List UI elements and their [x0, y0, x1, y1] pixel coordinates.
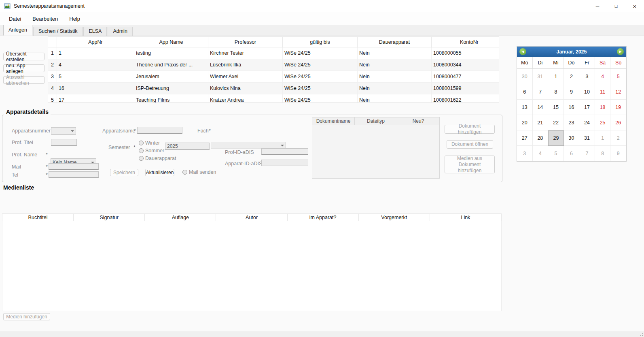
medien-hinzufuegen-button[interactable]: Medien hinzufügen: [3, 313, 50, 320]
medien-column-header[interactable]: Vorgemerkt: [359, 214, 430, 221]
menu-bearbeiten[interactable]: Bearbeiten: [27, 13, 64, 24]
medien-column-header[interactable]: im Apparat?: [288, 214, 359, 221]
menu-datei[interactable]: Datei: [3, 13, 27, 24]
calendar-day[interactable]: 11: [595, 84, 611, 100]
minimize-icon[interactable]: ─: [588, 0, 607, 12]
calendar-day[interactable]: 6: [564, 146, 580, 161]
calendar-day[interactable]: 3: [517, 146, 533, 161]
apparatsnummer-dropdown[interactable]: [51, 127, 76, 134]
apparat-id-adis-field[interactable]: [261, 160, 308, 166]
apparatsname-label: Apparatsname: [102, 128, 135, 134]
uebersicht-erstellen-button[interactable]: Übersicht erstellen: [3, 53, 44, 60]
column-header[interactable]: gültig bis: [283, 37, 358, 47]
calendar-day[interactable]: 31: [533, 69, 549, 84]
maximize-icon[interactable]: □: [607, 0, 625, 12]
calendar-day[interactable]: 15: [548, 100, 564, 115]
auswahl-abbrechen-button[interactable]: Auswahl abbrechen: [3, 76, 44, 84]
calendar-day[interactable]: 4: [533, 146, 549, 161]
calendar-day[interactable]: 22: [548, 115, 564, 130]
doc-column-header[interactable]: Dokumentname: [312, 117, 355, 125]
calendar-day[interactable]: 9: [564, 84, 580, 100]
dokument-hinzufuegen-button[interactable]: Dokument hinzufügen: [445, 125, 495, 134]
medien-column-header[interactable]: Signatur: [74, 214, 145, 221]
calendar-day[interactable]: 1: [595, 130, 611, 146]
calendar-day[interactable]: 26: [610, 115, 626, 130]
prof-titel-field[interactable]: [51, 139, 77, 146]
sommer-radio[interactable]: [139, 148, 144, 153]
medien-aus-dokument-button[interactable]: Medien aus Dokument hinzufügen: [445, 156, 495, 173]
apparatsname-field[interactable]: [137, 127, 182, 134]
calendar-day[interactable]: 1: [548, 69, 564, 84]
calendar-day[interactable]: 27: [517, 130, 533, 146]
doc-column-header[interactable]: Neu?: [397, 117, 439, 125]
table-row[interactable]: 517Teaching FilmsKratzer AndreaWiSe 24/2…: [48, 94, 499, 103]
medien-column-header[interactable]: Auflage: [145, 214, 216, 221]
calendar-day[interactable]: 28: [533, 130, 549, 146]
close-icon[interactable]: ×: [625, 0, 644, 12]
dauerapparat-radio[interactable]: [139, 156, 144, 161]
neue-app-anlegen-button[interactable]: neu. App anlegen: [3, 64, 44, 72]
calendar-day[interactable]: 17: [579, 100, 595, 115]
doc-column-header[interactable]: Dateityp: [355, 117, 397, 125]
tab-admin[interactable]: Admin: [108, 27, 132, 36]
calendar-day[interactable]: 24: [579, 115, 595, 130]
semester-jahr-field[interactable]: 2025: [165, 143, 210, 150]
calendar-day[interactable]: 30: [564, 130, 580, 146]
calendar-day[interactable]: 5: [610, 69, 626, 84]
calendar-day[interactable]: 20: [517, 115, 533, 130]
column-header[interactable]: AppNr: [57, 37, 134, 47]
medien-column-header[interactable]: Buchtitel: [2, 214, 74, 221]
calendar-day[interactable]: 25: [595, 115, 611, 130]
column-header[interactable]: App Name: [134, 37, 208, 47]
calendar-day[interactable]: 8: [595, 146, 611, 161]
calendar-day[interactable]: 4: [595, 69, 611, 84]
medien-column-header[interactable]: Autor: [216, 214, 287, 221]
resize-grip[interactable]: [639, 332, 643, 336]
calendar-day[interactable]: 5: [548, 146, 564, 161]
calendar-day[interactable]: 19: [610, 100, 626, 115]
table-row[interactable]: 11testingKirchner TesterWiSe 24/25Nein10…: [48, 47, 499, 59]
tab-anlegen[interactable]: Anlegen: [3, 25, 32, 36]
calendar-day[interactable]: 13: [517, 100, 533, 115]
calendar-day[interactable]: 10: [579, 84, 595, 100]
row-number-header[interactable]: [48, 37, 57, 47]
prof-id-adis-field[interactable]: [261, 148, 308, 155]
calendar-day[interactable]: 31: [579, 130, 595, 146]
calendar-day[interactable]: 2: [564, 69, 580, 84]
calendar-day[interactable]: 18: [595, 100, 611, 115]
calendar-day[interactable]: 9: [610, 146, 626, 161]
calendar-day[interactable]: 6: [517, 84, 533, 100]
calendar-day[interactable]: 7: [579, 146, 595, 161]
tab-suchen-statistik[interactable]: Suchen / Statistik: [33, 27, 83, 36]
calendar-day[interactable]: 3: [579, 69, 595, 84]
mail-senden-checkbox[interactable]: [182, 170, 187, 175]
table-row[interactable]: 24Theorie und Praxis der ...Lüsebrink Il…: [48, 59, 499, 71]
table-row[interactable]: 416ISP-BetreuungKulovics NinaWiSe 24/25N…: [48, 83, 499, 94]
window-controls: ─ □ ×: [588, 0, 644, 12]
menu-help[interactable]: Help: [64, 13, 86, 24]
calendar-day[interactable]: 16: [564, 100, 580, 115]
speichern-button[interactable]: Speichern: [110, 169, 138, 176]
dokument-oeffnen-button[interactable]: Dokument öffnen: [447, 140, 493, 149]
tab-elsa[interactable]: ELSA: [83, 27, 107, 36]
aktualisieren-button[interactable]: Aktualisieren: [145, 169, 174, 176]
calendar-day[interactable]: 14: [533, 100, 549, 115]
calendar-day[interactable]: 23: [564, 115, 580, 130]
winter-radio[interactable]: [139, 141, 144, 145]
calendar-day[interactable]: 8: [548, 84, 564, 100]
column-header[interactable]: KontoNr: [432, 37, 500, 47]
calendar-next-button[interactable]: ▶: [617, 48, 624, 55]
column-header[interactable]: Dauerapparat: [358, 37, 432, 47]
calendar-day[interactable]: 2: [610, 130, 626, 146]
calendar-day[interactable]: 21: [533, 115, 549, 130]
calendar-prev-button[interactable]: ◀: [519, 48, 526, 55]
calendar-day[interactable]: 12: [610, 84, 626, 100]
mail-field[interactable]: [49, 163, 99, 170]
column-header[interactable]: Professor: [208, 37, 283, 47]
calendar-day[interactable]: 30: [517, 69, 533, 84]
calendar-day[interactable]: 7: [533, 84, 549, 100]
tel-field[interactable]: [49, 171, 99, 178]
calendar-day[interactable]: 29: [548, 130, 564, 146]
medien-column-header[interactable]: Link: [430, 214, 501, 221]
table-row[interactable]: 35JerusalemWiemer AxelWiSe 24/25Nein1008…: [48, 71, 499, 83]
